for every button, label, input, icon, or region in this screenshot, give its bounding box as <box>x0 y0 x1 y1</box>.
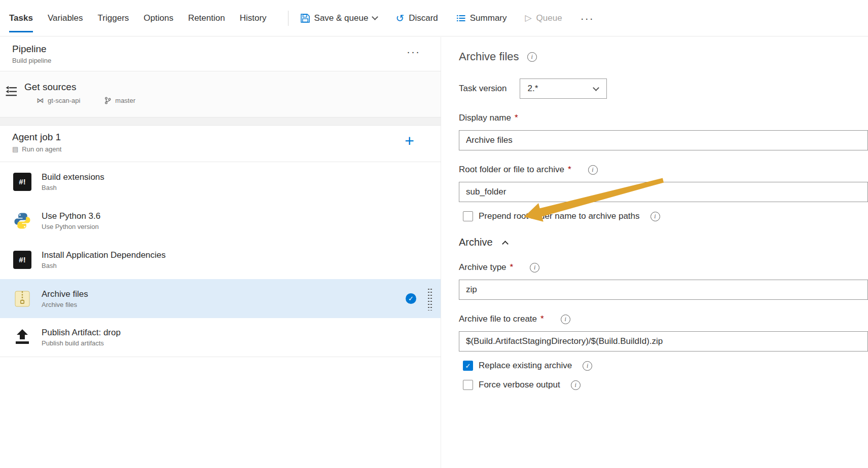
task-subtitle: Publish build artifacts <box>42 339 121 347</box>
task-row-archive-files[interactable]: Archive files Archive files ✓ <box>0 279 441 318</box>
bash-icon: #! <box>13 173 31 191</box>
task-row-publish-artifact[interactable]: Publish Artifact: drop Publish build art… <box>0 318 441 357</box>
archive-file-input[interactable] <box>459 331 868 352</box>
info-icon[interactable]: i <box>571 380 581 390</box>
prepend-root-row: ✓ Prepend root folder name to archive pa… <box>459 211 868 221</box>
archive-type-input[interactable] <box>459 280 868 300</box>
display-name-group: Display name * <box>459 113 868 150</box>
prepend-root-label: Prepend root folder name to archive path… <box>479 211 640 221</box>
replace-archive-row: ✓ Replace existing archive i <box>459 361 868 371</box>
zip-archive-icon <box>13 290 31 308</box>
info-icon[interactable]: i <box>530 263 539 272</box>
chevron-down-icon <box>593 85 600 91</box>
drag-handle[interactable] <box>427 288 432 310</box>
pipeline-header: Pipeline Build pipeline ··· <box>0 37 441 71</box>
task-version-value: 2.* <box>527 84 538 94</box>
repository-name: gt-scan-api <box>48 97 80 104</box>
archive-file-label: Archive file to create <box>459 314 537 324</box>
tab-options[interactable]: Options <box>143 0 173 36</box>
info-icon[interactable]: i <box>527 52 537 62</box>
summary-list-icon <box>456 14 465 23</box>
repository-icon: ⋈ <box>37 96 44 104</box>
task-row-build-extensions[interactable]: #! Build extensions Bash <box>0 162 441 201</box>
save-icon <box>301 14 310 23</box>
branch-icon <box>104 97 111 104</box>
python-icon <box>13 212 31 230</box>
get-sources-meta: ⋈ gt-scan-api master <box>37 96 441 104</box>
tab-variables[interactable]: Variables <box>48 0 83 36</box>
required-marker: * <box>515 113 518 123</box>
task-subtitle: Use Python version <box>42 223 100 230</box>
agent-job-header[interactable]: Agent job 1 ▤ Run on agent + <box>0 126 441 162</box>
replace-archive-checkbox[interactable]: ✓ <box>463 361 473 371</box>
bash-icon: #! <box>13 251 31 269</box>
task-subtitle: Archive files <box>42 301 88 308</box>
discard-button[interactable]: ↺ Discard <box>395 13 438 23</box>
pipeline-more-button[interactable]: ··· <box>407 46 420 57</box>
task-subtitle: Bash <box>42 184 104 191</box>
prepend-root-checkbox[interactable]: ✓ <box>463 211 473 221</box>
root-folder-label: Root folder or file to archive <box>459 165 564 175</box>
task-title: Use Python 3.6 <box>42 211 100 221</box>
agent-icon: ▤ <box>12 145 18 153</box>
top-navigation: Tasks Variables Triggers Options Retenti… <box>0 0 868 36</box>
chevron-down-icon[interactable] <box>372 14 379 20</box>
verbose-output-row: ✓ Force verbose output i <box>459 380 868 390</box>
info-icon[interactable]: i <box>588 165 598 175</box>
task-version-dropdown[interactable]: 2.* <box>520 79 607 99</box>
archive-section-header[interactable]: Archive <box>459 237 868 248</box>
publish-artifact-icon <box>13 328 31 346</box>
task-row-install-dependencies[interactable]: #! Install Application Dependencies Bash <box>0 240 441 279</box>
root-folder-group: Root folder or file to archive * i <box>459 165 868 202</box>
agent-job-title: Agent job 1 <box>12 132 428 143</box>
required-marker: * <box>540 314 544 324</box>
archive-type-group: Archive type * i <box>459 262 868 300</box>
queue-button[interactable]: ▷ Queue <box>525 13 562 23</box>
task-version-row: Task version 2.* <box>459 79 868 99</box>
undo-icon: ↺ <box>395 13 404 23</box>
play-icon: ▷ <box>525 14 532 22</box>
section-gap <box>0 118 441 126</box>
tab-tasks[interactable]: Tasks <box>9 0 33 36</box>
info-icon[interactable]: i <box>650 212 660 221</box>
chevron-up-icon <box>502 241 509 247</box>
summary-label: Summary <box>470 13 507 23</box>
task-version-label: Task version <box>459 84 507 94</box>
task-row-use-python[interactable]: Use Python 3.6 Use Python version <box>0 201 441 240</box>
tab-triggers[interactable]: Triggers <box>98 0 129 36</box>
queue-label: Queue <box>536 13 562 23</box>
summary-button[interactable]: Summary <box>456 13 507 23</box>
selected-check-icon: ✓ <box>406 293 416 304</box>
archive-section-title: Archive <box>459 237 493 248</box>
archive-file-group: Archive file to create * i <box>459 314 868 352</box>
info-icon[interactable]: i <box>583 361 592 371</box>
agent-job-subtitle-row: ▤ Run on agent <box>12 145 428 153</box>
task-title: Install Application Dependencies <box>42 250 166 260</box>
verbose-output-checkbox[interactable]: ✓ <box>463 380 473 390</box>
task-title: Publish Artifact: drop <box>42 328 121 338</box>
task-title: Build extensions <box>42 172 104 182</box>
get-sources-icon <box>5 86 18 98</box>
tab-retention[interactable]: Retention <box>188 0 225 36</box>
pipeline-task-panel: Pipeline Build pipeline ··· Get sources … <box>0 37 441 468</box>
verbose-output-label: Force verbose output <box>479 380 560 390</box>
pipeline-tabs: Tasks Variables Triggers Options Retenti… <box>0 0 267 36</box>
detail-header: Archive files i <box>459 50 868 63</box>
info-icon[interactable]: i <box>561 315 570 324</box>
detail-title: Archive files <box>459 50 519 63</box>
toolbar-divider <box>288 11 288 26</box>
task-detail-panel: Archive files i Task version 2.* Display… <box>442 37 868 468</box>
display-name-input[interactable] <box>459 130 868 150</box>
get-sources-section[interactable]: Get sources ⋈ gt-scan-api master <box>0 71 441 118</box>
discard-label: Discard <box>409 13 438 23</box>
branch-name: master <box>115 97 135 104</box>
replace-archive-label: Replace existing archive <box>479 361 572 371</box>
toolbar-more-button[interactable]: ··· <box>581 13 594 23</box>
agent-job-subtitle: Run on agent <box>22 145 61 153</box>
tab-history[interactable]: History <box>240 0 267 36</box>
add-task-button[interactable]: + <box>405 133 414 149</box>
save-queue-button[interactable]: Save & queue <box>301 13 378 23</box>
root-folder-input[interactable] <box>459 182 868 202</box>
required-marker: * <box>510 262 514 272</box>
task-subtitle: Bash <box>42 262 166 269</box>
